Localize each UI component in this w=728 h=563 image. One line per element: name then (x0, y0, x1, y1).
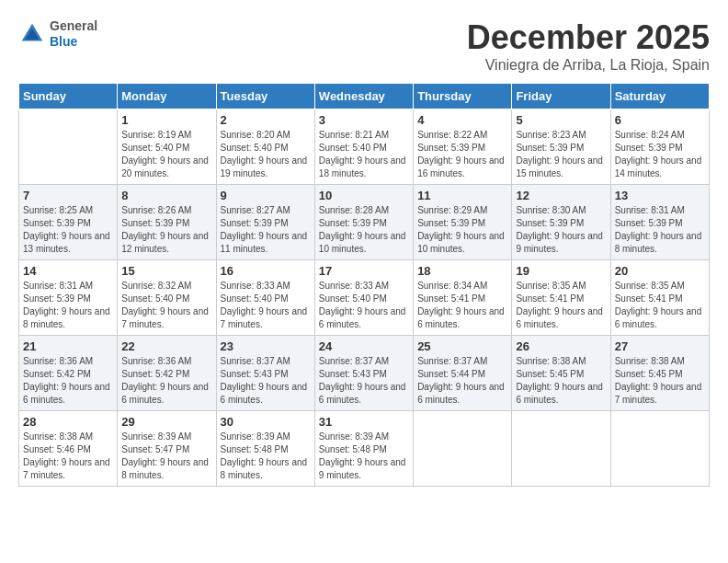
day-number: 21 (23, 339, 113, 353)
calendar-cell: 3Sunrise: 8:21 AMSunset: 5:40 PMDaylight… (314, 109, 413, 185)
calendar-cell: 14Sunrise: 8:31 AMSunset: 5:39 PMDayligh… (19, 260, 118, 336)
day-info: Sunrise: 8:39 AMSunset: 5:47 PMDaylight:… (121, 431, 211, 482)
day-number: 14 (23, 264, 113, 278)
calendar-cell: 26Sunrise: 8:38 AMSunset: 5:45 PMDayligh… (512, 336, 610, 411)
day-number: 27 (615, 339, 705, 353)
day-number: 12 (516, 189, 606, 202)
day-number: 30 (221, 415, 311, 429)
day-info: Sunrise: 8:37 AMSunset: 5:43 PMDaylight:… (319, 355, 409, 407)
day-info: Sunrise: 8:35 AMSunset: 5:41 PMDaylight:… (516, 280, 606, 331)
day-number: 29 (121, 415, 211, 429)
location-title: Viniegra de Arriba, La Rioja, Spain (467, 57, 710, 74)
calendar-cell: 6Sunrise: 8:24 AMSunset: 5:39 PMDaylight… (610, 109, 709, 185)
day-info: Sunrise: 8:39 AMSunset: 5:48 PMDaylight:… (319, 431, 409, 482)
day-number: 8 (121, 189, 211, 202)
day-number: 31 (319, 415, 409, 429)
calendar-cell: 7Sunrise: 8:25 AMSunset: 5:39 PMDaylight… (19, 185, 118, 260)
calendar-header-cell: Saturday (610, 84, 709, 109)
day-info: Sunrise: 8:38 AMSunset: 5:46 PMDaylight:… (23, 431, 113, 482)
day-info: Sunrise: 8:22 AMSunset: 5:39 PMDaylight:… (417, 129, 507, 180)
day-info: Sunrise: 8:34 AMSunset: 5:41 PMDaylight:… (417, 280, 507, 331)
day-info: Sunrise: 8:35 AMSunset: 5:41 PMDaylight:… (615, 280, 705, 331)
day-number: 17 (319, 264, 409, 278)
calendar-cell (610, 411, 709, 487)
day-info: Sunrise: 8:29 AMSunset: 5:39 PMDaylight:… (417, 204, 507, 256)
calendar-cell: 21Sunrise: 8:36 AMSunset: 5:42 PMDayligh… (19, 336, 118, 411)
calendar-cell: 13Sunrise: 8:31 AMSunset: 5:39 PMDayligh… (610, 185, 709, 260)
calendar-week-row: 1Sunrise: 8:19 AMSunset: 5:40 PMDaylight… (19, 109, 710, 185)
calendar-cell: 5Sunrise: 8:23 AMSunset: 5:39 PMDaylight… (512, 109, 610, 185)
calendar-header-cell: Friday (512, 84, 610, 109)
calendar-week-row: 14Sunrise: 8:31 AMSunset: 5:39 PMDayligh… (19, 260, 710, 336)
day-number: 16 (221, 264, 311, 278)
calendar-cell: 9Sunrise: 8:27 AMSunset: 5:39 PMDaylight… (216, 185, 314, 260)
day-number: 23 (221, 339, 311, 353)
day-info: Sunrise: 8:31 AMSunset: 5:39 PMDaylight:… (615, 204, 705, 256)
day-number: 18 (417, 264, 507, 278)
day-number: 3 (319, 113, 409, 127)
calendar-table: SundayMondayTuesdayWednesdayThursdayFrid… (18, 83, 710, 487)
calendar-header-cell: Sunday (19, 84, 118, 109)
day-info: Sunrise: 8:37 AMSunset: 5:43 PMDaylight:… (221, 355, 311, 407)
calendar-cell: 28Sunrise: 8:38 AMSunset: 5:46 PMDayligh… (19, 411, 118, 487)
day-number: 1 (121, 113, 211, 127)
month-title: December 2025 (467, 18, 710, 57)
calendar-cell: 16Sunrise: 8:33 AMSunset: 5:40 PMDayligh… (216, 260, 314, 336)
calendar-week-row: 21Sunrise: 8:36 AMSunset: 5:42 PMDayligh… (19, 336, 710, 411)
calendar-cell: 23Sunrise: 8:37 AMSunset: 5:43 PMDayligh… (216, 336, 314, 411)
day-info: Sunrise: 8:21 AMSunset: 5:40 PMDaylight:… (319, 129, 409, 180)
day-info: Sunrise: 8:37 AMSunset: 5:44 PMDaylight:… (417, 355, 507, 407)
day-info: Sunrise: 8:28 AMSunset: 5:39 PMDaylight:… (319, 204, 409, 256)
day-info: Sunrise: 8:20 AMSunset: 5:40 PMDaylight:… (221, 129, 311, 180)
day-number: 6 (615, 113, 705, 127)
day-info: Sunrise: 8:33 AMSunset: 5:40 PMDaylight:… (221, 280, 311, 331)
calendar-cell: 11Sunrise: 8:29 AMSunset: 5:39 PMDayligh… (414, 185, 512, 260)
calendar-cell: 25Sunrise: 8:37 AMSunset: 5:44 PMDayligh… (414, 336, 512, 411)
logo-general: General (50, 18, 97, 34)
day-info: Sunrise: 8:36 AMSunset: 5:42 PMDaylight:… (121, 355, 211, 407)
calendar-cell: 17Sunrise: 8:33 AMSunset: 5:40 PMDayligh… (314, 260, 413, 336)
day-number: 13 (615, 189, 705, 202)
calendar-cell: 15Sunrise: 8:32 AMSunset: 5:40 PMDayligh… (118, 260, 216, 336)
calendar-cell: 12Sunrise: 8:30 AMSunset: 5:39 PMDayligh… (512, 185, 610, 260)
calendar-cell: 2Sunrise: 8:20 AMSunset: 5:40 PMDaylight… (216, 109, 314, 185)
calendar-cell: 27Sunrise: 8:38 AMSunset: 5:45 PMDayligh… (610, 336, 709, 411)
calendar-cell: 8Sunrise: 8:26 AMSunset: 5:39 PMDaylight… (118, 185, 216, 260)
day-info: Sunrise: 8:24 AMSunset: 5:39 PMDaylight:… (615, 129, 705, 180)
calendar-header-row: SundayMondayTuesdayWednesdayThursdayFrid… (19, 84, 710, 109)
day-info: Sunrise: 8:31 AMSunset: 5:39 PMDaylight:… (23, 280, 113, 331)
day-info: Sunrise: 8:39 AMSunset: 5:48 PMDaylight:… (221, 431, 311, 482)
logo: General Blue (18, 18, 97, 50)
day-number: 15 (121, 264, 211, 278)
day-number: 19 (516, 264, 606, 278)
title-area: December 2025 Viniegra de Arriba, La Rio… (467, 18, 710, 74)
calendar-cell: 22Sunrise: 8:36 AMSunset: 5:42 PMDayligh… (118, 336, 216, 411)
calendar-cell: 18Sunrise: 8:34 AMSunset: 5:41 PMDayligh… (414, 260, 512, 336)
day-info: Sunrise: 8:19 AMSunset: 5:40 PMDaylight:… (121, 129, 211, 180)
day-info: Sunrise: 8:27 AMSunset: 5:39 PMDaylight:… (221, 204, 311, 256)
calendar-cell: 31Sunrise: 8:39 AMSunset: 5:48 PMDayligh… (314, 411, 413, 487)
day-info: Sunrise: 8:32 AMSunset: 5:40 PMDaylight:… (121, 280, 211, 331)
calendar-cell: 29Sunrise: 8:39 AMSunset: 5:47 PMDayligh… (118, 411, 216, 487)
calendar-cell: 4Sunrise: 8:22 AMSunset: 5:39 PMDaylight… (414, 109, 512, 185)
day-info: Sunrise: 8:33 AMSunset: 5:40 PMDaylight:… (319, 280, 409, 331)
calendar-header-cell: Monday (118, 84, 216, 109)
calendar-cell: 10Sunrise: 8:28 AMSunset: 5:39 PMDayligh… (314, 185, 413, 260)
calendar-week-row: 28Sunrise: 8:38 AMSunset: 5:46 PMDayligh… (19, 411, 710, 487)
logo-text: General Blue (50, 18, 97, 50)
calendar-week-row: 7Sunrise: 8:25 AMSunset: 5:39 PMDaylight… (19, 185, 710, 260)
day-number: 2 (221, 113, 311, 127)
day-number: 28 (23, 415, 113, 429)
day-info: Sunrise: 8:36 AMSunset: 5:42 PMDaylight:… (23, 355, 113, 407)
day-number: 26 (516, 339, 606, 353)
day-number: 10 (319, 189, 409, 202)
day-info: Sunrise: 8:26 AMSunset: 5:39 PMDaylight:… (121, 204, 211, 256)
calendar-cell (19, 109, 118, 185)
calendar-cell: 30Sunrise: 8:39 AMSunset: 5:48 PMDayligh… (216, 411, 314, 487)
day-number: 4 (417, 113, 507, 127)
logo-blue: Blue (50, 34, 97, 50)
calendar-header-cell: Tuesday (216, 84, 314, 109)
calendar-cell: 19Sunrise: 8:35 AMSunset: 5:41 PMDayligh… (512, 260, 610, 336)
day-info: Sunrise: 8:23 AMSunset: 5:39 PMDaylight:… (516, 129, 606, 180)
day-number: 11 (417, 189, 507, 202)
